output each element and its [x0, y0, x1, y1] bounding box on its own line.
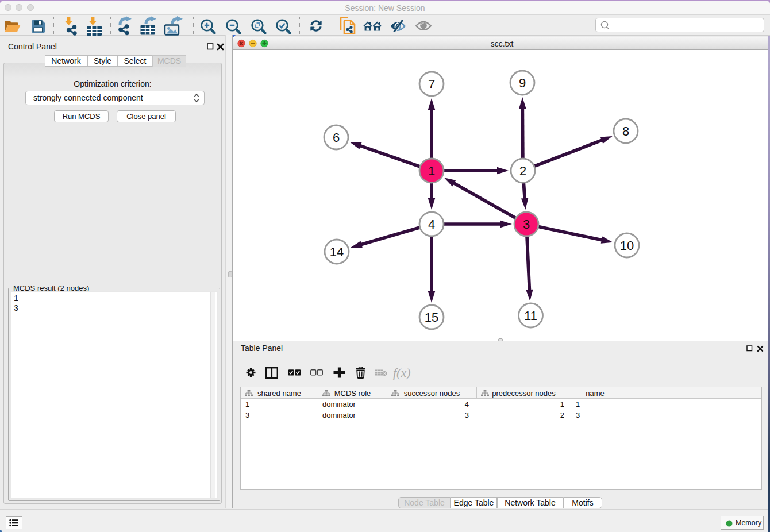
- svg-text:3: 3: [523, 217, 530, 232]
- svg-text:8: 8: [622, 124, 629, 138]
- svg-text:11: 11: [524, 309, 537, 323]
- svg-text:15: 15: [425, 310, 438, 325]
- svg-text:7: 7: [428, 77, 435, 91]
- svg-text:14: 14: [330, 245, 344, 259]
- svg-text:1: 1: [428, 164, 435, 178]
- svg-text:4: 4: [428, 217, 435, 232]
- svg-text:10: 10: [620, 238, 634, 253]
- svg-text:9: 9: [519, 76, 526, 90]
- svg-text:6: 6: [333, 130, 340, 145]
- svg-text:2: 2: [519, 164, 526, 178]
